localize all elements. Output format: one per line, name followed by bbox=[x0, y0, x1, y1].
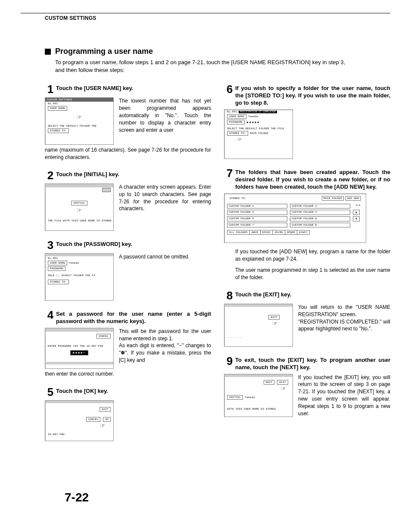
step1-screenshot: CUSTOM SETTINGS No.001 USER NAME ☜ SELEC… bbox=[45, 97, 114, 145]
step-heading: Set a password for the user name (enter … bbox=[56, 309, 211, 325]
step-body-continued: then enter the correct number. bbox=[45, 370, 211, 378]
hand-icon: ☜ bbox=[77, 114, 81, 121]
step9-screenshot: NEXTEXIT ☜ INITIALYamada WITH THIS USER … bbox=[224, 374, 293, 417]
step-body: If you touched the [EXIT] key, you will … bbox=[298, 374, 390, 417]
step7-note2: The user name programmed in step 1 is se… bbox=[224, 267, 390, 281]
hand-icon: ☜ bbox=[100, 423, 105, 429]
section-bullet bbox=[45, 49, 51, 55]
step-heading: Touch the [OK] key. bbox=[56, 386, 108, 398]
step4-screenshot: CANCEL ENTER PASSWORD VIA THE 10-KEY PAD… bbox=[45, 328, 114, 369]
step-number: 8 bbox=[224, 290, 235, 301]
step7-note: If you touched the [ADD NEW] key, progra… bbox=[224, 248, 390, 263]
up-arrow-icon: ▲ bbox=[353, 210, 360, 215]
hand-icon: ☜ bbox=[56, 273, 60, 279]
step6-screenshot: No.001 REGISTRATION IS COMPLETED USER NA… bbox=[224, 109, 293, 159]
step3-screenshot: No.001 USER NAMEYamada PASSWORD SELE☜EFA… bbox=[45, 253, 114, 301]
step-number: 5 bbox=[45, 386, 56, 398]
hand-icon: ☜ bbox=[77, 207, 81, 214]
step5-screenshot: EXIT CANCELOK ☜ 10-KEY PAD. bbox=[45, 400, 114, 441]
step-heading: Touch the [INITIAL] key. bbox=[56, 170, 119, 181]
step-number: 2 bbox=[45, 170, 56, 181]
right-column: 6 If you wish to specify a folder for th… bbox=[224, 84, 390, 449]
step-body: You will return to the "USER NAME REGIST… bbox=[298, 304, 390, 347]
step-body: A character entry screen appears. Enter … bbox=[119, 184, 211, 231]
step-body: This will be the password for the user n… bbox=[119, 328, 211, 369]
down-arrow-icon: ▼ bbox=[353, 216, 360, 221]
step-heading: The folders that have been created appea… bbox=[235, 168, 390, 191]
section-intro: To program a user name, follow steps 1 a… bbox=[21, 59, 352, 74]
step-number: 7 bbox=[224, 168, 235, 191]
step-heading: If you wish to specify a folder for the … bbox=[235, 84, 390, 107]
step-body: The lowest number that has not yet been … bbox=[119, 97, 211, 145]
step-number: 4 bbox=[45, 309, 56, 325]
left-column: 1 Touch the [USER NAME] key. CUSTOM SETT… bbox=[45, 84, 211, 449]
step-heading: Touch the [EXIT] key. bbox=[235, 290, 291, 301]
page-header: CUSTOM SETTINGS bbox=[21, 15, 390, 21]
step-heading: To exit, touch the [EXIT] key. To progra… bbox=[235, 355, 390, 371]
step-number: 6 bbox=[224, 84, 235, 107]
page-number: 7-22 bbox=[65, 491, 89, 504]
hand-icon: ☜ bbox=[237, 137, 242, 143]
step7-screenshot: STORED TO: MAIN FOLDER ADD NEW CUSTOM FO… bbox=[224, 193, 366, 243]
step-heading: Touch the [PASSWORD] key. bbox=[56, 240, 132, 251]
step-body: A password cannot be omitted. bbox=[119, 253, 190, 301]
section-title: Programming a user name bbox=[55, 47, 153, 56]
step-number: 3 bbox=[45, 240, 56, 251]
step-number: 1 bbox=[45, 84, 56, 95]
hand-icon: ☜ bbox=[273, 320, 277, 327]
step2-screenshot: INITIAL ☜ THE FILE WITH THIS USER NAME I… bbox=[45, 184, 114, 231]
step-number: 9 bbox=[224, 355, 235, 371]
hand-icon: ☜ bbox=[281, 386, 286, 392]
step-body-continued: name (maximum of 16 characters). See pag… bbox=[45, 146, 211, 161]
step-heading: Touch the [USER NAME] key. bbox=[56, 84, 133, 95]
step8-screenshot: EXIT ☜ - - - - - bbox=[224, 304, 293, 347]
